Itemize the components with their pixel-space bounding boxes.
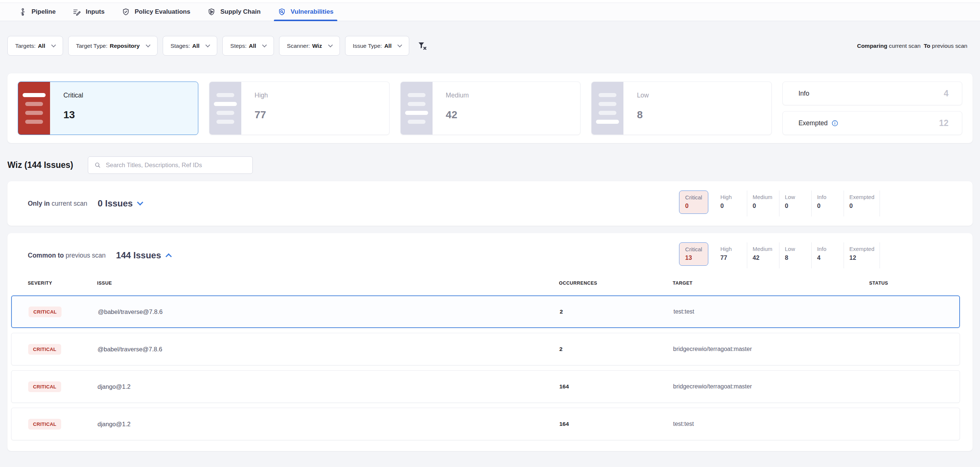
comparing-text: previous scan [932,43,967,49]
severity-bars-icon [401,82,433,135]
target-cell: test:test [673,308,870,315]
stat-info[interactable]: Info 4 [812,242,843,261]
stat-label: Info [817,246,838,252]
severity-card-high[interactable]: High 77 [209,81,390,135]
filter-targets[interactable]: Targets:All [7,36,63,56]
info-card[interactable]: Info 4 [783,81,962,105]
filter-label: Issue Type: [353,43,382,49]
chevron-down-icon [205,43,210,48]
stat-value: 8 [785,254,806,261]
info-card-label: Info [799,90,809,97]
severity-stats: Critical 0 High 0 Medium 0 Low 0 Info 0 [679,191,880,216]
inputs-icon [73,8,81,16]
chip-value: 0 [685,202,702,210]
stat-exempted[interactable]: Exempted 0 [844,191,880,210]
severity-stats: Critical 13 High 77 Medium 42 Low 8 Info… [679,242,880,268]
stat-value: 4 [817,254,838,261]
filter-stages[interactable]: Stages:All [163,36,217,56]
severity-card-medium[interactable]: Medium 42 [400,81,581,135]
stat-value: 0 [785,202,806,210]
col-header-target: TARGET [673,281,869,286]
scanner-section-header: Wiz (144 Issues) [7,156,973,174]
stat-label: Info [817,194,838,200]
filter-value: Wiz [312,43,322,49]
comparing-label: Comparing current scan To previous scan [857,43,967,49]
common-to-previous-scan-panel: Common to previous scan 144 Issues Criti… [7,233,973,451]
info-tooltip-icon[interactable] [831,120,838,127]
severity-card-label: Critical [64,92,83,99]
table-row[interactable]: CRITICAL @babel/traverse@7.8.6 2 test:te… [11,295,960,328]
issue-cell: django@1.2 [97,421,559,428]
scanner-heading: Wiz (144 Issues) [7,160,73,170]
filter-value: All [384,43,392,49]
tab-vulnerabilities[interactable]: Vulnerabilities [274,3,337,21]
stat-low[interactable]: Low 8 [780,242,811,261]
stat-value: 0 [849,202,874,210]
col-header-occurrences: OCCURRENCES [559,281,673,286]
stat-low[interactable]: Low 0 [780,191,811,210]
comparing-bold: To [924,43,930,49]
tab-pipeline[interactable]: Pipeline [15,3,59,21]
table-row[interactable]: CRITICAL django@1.2 164 test:test [11,408,960,440]
tab-inputs[interactable]: Inputs [69,3,108,21]
filter-steps[interactable]: Steps:All [223,36,274,56]
only-in-issues-toggle[interactable]: 0 Issues [97,198,142,209]
severity-badge: CRITICAL [28,344,61,355]
stat-info[interactable]: Info 0 [812,191,843,210]
severity-card-count: 42 [446,109,469,121]
severity-card-label: Low [637,92,649,99]
filter-value: All [249,43,256,49]
tab-supply-chain[interactable]: Supply Chain [204,3,264,21]
common-to-issues-toggle[interactable]: 144 Issues [116,250,170,261]
target-cell: bridgecrewio/terragoat:master [673,383,870,390]
stat-label: Medium [752,246,774,252]
stat-label: Low [785,246,806,252]
divider [880,242,880,268]
issues-count: 144 Issues [116,250,161,261]
filter-target-type[interactable]: Target Type:Repository [68,36,158,56]
only-in-current-scan-panel: Only in current scan 0 Issues Critical 0… [7,181,973,226]
clear-filters-button[interactable] [417,41,427,51]
severity-card-critical[interactable]: Critical 13 [18,81,198,135]
exempted-card[interactable]: Exempted 12 [783,111,962,135]
stat-high[interactable]: High 77 [715,242,747,261]
search-input[interactable] [106,162,247,168]
filter-label: Target Type: [76,43,108,49]
filter-scanner[interactable]: Scanner:Wiz [279,36,340,56]
stat-value: 12 [849,254,874,261]
severity-bars-icon [592,82,624,135]
filter-issue-type[interactable]: Issue Type:All [345,36,410,56]
severity-card-count: 8 [637,109,649,121]
stat-medium[interactable]: Medium 42 [747,242,779,261]
chevron-down-icon [262,43,267,48]
stat-value: 0 [720,202,742,210]
section-label: Only in current scan [28,200,87,208]
top-strip [0,0,980,3]
chevron-down-icon [328,43,333,48]
chip-label: Critical [685,246,702,253]
chevron-down-icon [398,43,402,48]
chevron-down-icon [51,43,56,48]
severity-badge: CRITICAL [28,381,61,392]
chip-critical[interactable]: Critical 13 [679,242,709,266]
tab-policy-evaluations[interactable]: Policy Evaluations [118,3,194,21]
table-row[interactable]: CRITICAL django@1.2 164 bridgecrewio/ter… [11,370,960,403]
target-cell: bridgecrewio/terragoat:master [673,346,870,353]
stat-medium[interactable]: Medium 0 [747,191,779,210]
severity-card-low[interactable]: Low 8 [591,81,772,135]
stat-exempted[interactable]: Exempted 12 [844,242,880,261]
side-cards-column: Info 4 Exempted 12 [783,81,962,135]
filter-clear-icon [417,41,427,51]
divider [880,191,880,216]
tab-label: Vulnerabilities [291,8,334,16]
stat-high[interactable]: High 0 [715,191,747,210]
chip-value: 13 [685,254,702,261]
section-label: Common to previous scan [28,252,106,259]
tab-bar: Pipeline Inputs Policy Evaluations Suppl… [0,3,980,21]
tab-label: Policy Evaluations [135,8,190,16]
chevron-up-icon [165,254,172,260]
occurrences-cell: 2 [560,308,673,315]
issues-count: 0 Issues [97,198,133,209]
chip-critical[interactable]: Critical 0 [679,191,709,214]
table-row[interactable]: CRITICAL @babel/traverse@7.8.6 2 bridgec… [11,333,960,365]
